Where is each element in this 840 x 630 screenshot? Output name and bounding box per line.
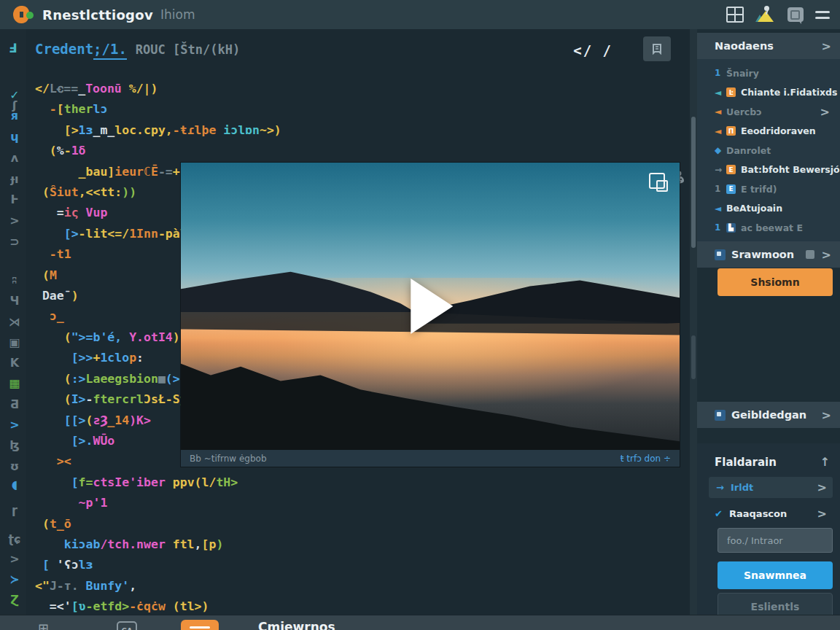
chevron-right-icon[interactable]: > [822, 408, 831, 422]
play-icon[interactable] [411, 279, 453, 334]
gutter-tool-icon[interactable]: ɥ [6, 130, 23, 144]
chevron-right-icon[interactable]: > [822, 248, 831, 262]
nav-item-label: E trifd) [741, 184, 840, 195]
nav-item-label: Šnairy [726, 68, 840, 79]
gutter-tool-icon[interactable]: ≻ [6, 572, 23, 586]
list-item-label: Raaqascon [729, 508, 817, 519]
nav-item-marker-icon: ◄ [715, 88, 726, 98]
section-title: Flaldarain [715, 456, 820, 469]
primary-button[interactable]: Snawmnea [718, 561, 833, 589]
sidebar-nav-item[interactable]: ◄Uercbɔ> [697, 102, 840, 122]
taskbar-label: Cmiewrnos [258, 620, 335, 630]
bookmark-button[interactable] [643, 36, 671, 61]
grid-icon[interactable]: ⊞ [38, 621, 49, 630]
sidebar-nav-item[interactable]: 1Šnairy [697, 63, 840, 83]
app-logo-icon[interactable] [13, 5, 32, 24]
list-item-label: Irldt [731, 482, 817, 493]
panel-header-third[interactable]: Geibldedgan > [697, 402, 840, 428]
video-caption-left: Bb ~tifrnw ėgbob [190, 454, 267, 464]
gutter-tool-icon[interactable]: я [6, 109, 23, 122]
chevron-right-icon[interactable]: > [817, 481, 827, 494]
nav-item-marker-icon: ◄ [715, 106, 726, 117]
paint-icon[interactable] [755, 6, 776, 23]
badge-icon[interactable]: GA [117, 621, 137, 630]
gutter-tool-icon[interactable]: ◖ [6, 478, 23, 491]
chevron-right-icon[interactable]: > [817, 507, 827, 521]
sidebar-nav-item[interactable]: ◄BeAtujoain [697, 199, 840, 219]
form-section: Flaldarain ↑ → Irldt > ✔ Raaqascon > foo… [697, 443, 840, 615]
gutter-tool-icon[interactable]: ⊃ [6, 235, 23, 249]
gutter-tool-icon[interactable]: ʭ [6, 273, 23, 287]
code-line: -[therlɔ [35, 99, 691, 120]
nav-item-label: Uercbɔ [726, 106, 820, 117]
arrow-up-icon[interactable]: ↑ [820, 455, 830, 469]
chat-icon[interactable] [788, 7, 804, 22]
panel-title: Srawmoon [731, 249, 794, 260]
panel-icon [715, 410, 726, 421]
code-line: </Lꞓ==_Toonū %/|) [35, 79, 691, 99]
gutter-tool-icon[interactable]: > [6, 418, 23, 432]
gutter-tool-icon[interactable]: Ⱶ [6, 192, 23, 206]
breadcrumb[interactable]: Credent;/1.ROUC [Štn/(kH) [35, 41, 240, 57]
tool-gutter: ʃ✓яɥʌɟıⱵ>⊃ʭꞍ⋊▣K▦Ƌ>ɮʊ◖ɼʈɕ>≻Ɀ [0, 29, 26, 615]
grid-icon[interactable] [726, 7, 744, 23]
gutter-tool-icon[interactable]: ʊ [6, 459, 23, 473]
menu-icon[interactable] [815, 11, 830, 19]
gutter-tool-icon[interactable]: Ƌ [6, 397, 23, 411]
sidebar-nav-item[interactable]: ◄ΠEeodridoraven [697, 122, 840, 141]
scrollbar-thumb[interactable] [691, 335, 696, 379]
code-line: [ 'ʕɔlɜ [35, 555, 691, 575]
list-item-second[interactable]: ✔ Raaqascon > [715, 503, 833, 524]
video-player[interactable]: Bb ~tifrnw ėgbob ŧ trfɔ don ÷ [181, 163, 680, 467]
gutter-tool-icon[interactable]: ✓ [6, 88, 23, 102]
file-icon: Ⅎ [9, 41, 18, 55]
gutter-tool-icon[interactable]: ʈɕ [6, 532, 23, 546]
video-thumbnail [181, 163, 680, 450]
right-sidebar: Naodaens > 1Šnairy◄ĿChiante i.Fidatixds◄… [697, 29, 840, 615]
gutter-tool-icon[interactable]: K [6, 356, 23, 370]
orange-card-icon[interactable] [181, 620, 219, 630]
sidebar-nav-item[interactable]: →EBat:bfoht Bewersjó [697, 160, 840, 180]
code-line: [f=ctsIe'iber ppv(l/tH> [35, 472, 691, 493]
list-item-first[interactable]: → Irldt > [709, 477, 833, 498]
sidebar-nav-item[interactable]: ◄ĿChiante i.Fidatixds [697, 83, 840, 103]
panel-icon [715, 249, 726, 260]
gutter-tool-icon[interactable]: Ɥ [6, 294, 23, 308]
chevron-right-icon[interactable]: > [822, 39, 831, 53]
code-toolbar: Ⅎ Credent;/1.ROUC [Štn/(kH) </ / [26, 35, 691, 67]
video-caption-link[interactable]: ŧ trfɔ don ÷ [621, 454, 671, 464]
nav-item-label: Chiante i.Fidatixds [741, 87, 840, 98]
nav-item-icon: E [726, 165, 736, 174]
scrollbar-thumb[interactable] [691, 117, 696, 248]
panel-header-second[interactable]: Srawmoon > [697, 241, 840, 268]
panel-title: Naodaens [715, 40, 822, 52]
mini-square-icon[interactable] [806, 250, 814, 259]
gutter-tool-icon[interactable]: > [6, 552, 23, 566]
gutter-tool-icon[interactable]: ▣ [6, 335, 23, 349]
gutter-tool-icon[interactable]: ɟı [6, 172, 23, 186]
sidebar-nav-item[interactable]: 1▙ac beewat E [697, 218, 840, 238]
gutter-tool-icon[interactable]: > [6, 214, 23, 228]
arrow-right-icon: → [716, 482, 731, 493]
text-input[interactable]: foo./ Intraor [718, 528, 833, 553]
video-caption-bar: Bb ~tifrnw ėgbob ŧ trfɔ don ÷ [181, 450, 680, 467]
panel-header-nav[interactable]: Naodaens > [697, 33, 840, 59]
code-line: [>1ɜ_m_loc.cpy,-ŧɾlþe iɔlɒn~>) [35, 120, 691, 141]
chevron-right-icon[interactable]: > [820, 105, 830, 119]
gutter-tool-icon[interactable]: ʌ [6, 151, 23, 165]
code-line: ~p'1 [35, 493, 691, 513]
gutter-tool-icon[interactable]: ▦ [6, 376, 23, 390]
vertical-scrollbar[interactable] [690, 29, 697, 615]
sidebar-nav-item[interactable]: 1EE trifd) [697, 179, 840, 199]
sidebar-nav-item[interactable]: ◆Danrolet [697, 141, 840, 160]
orange-action-button[interactable]: Shsiomn [718, 268, 833, 296]
app-title: Rnestlcttiogov [42, 7, 153, 23]
nav-item-marker-icon: ◄ [715, 203, 726, 214]
gutter-tool-icon[interactable]: Ɀ [6, 593, 23, 607]
gutter-tool-icon[interactable]: ⋊ [6, 315, 23, 329]
panel-title: Geibldedgan [731, 409, 806, 421]
gutter-tool-icon[interactable]: ɮ [6, 438, 23, 452]
gutter-tool-icon[interactable]: ɼ [6, 503, 23, 517]
code-view-icon[interactable]: </ / [573, 42, 612, 58]
copy-icon[interactable] [649, 173, 668, 192]
